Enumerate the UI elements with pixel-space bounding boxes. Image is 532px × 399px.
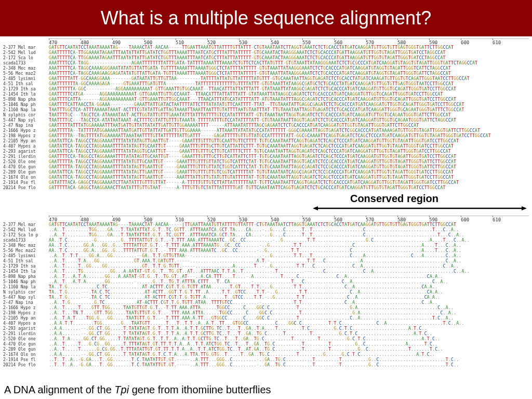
sequence-bases: ..A..T.....T.A...GG.............GT.AAA.T… (49, 259, 529, 264)
sequence-row: 2-2105 Hyp an..A..T.A.T....TGG.G...GG...… (3, 316, 529, 321)
sequence-bases: TAATTTTGC---TAGCTCA-ATATAATAAAT-ACTTTTCG… (49, 118, 529, 123)
sequence-row: 2-520 Ole oneGAATTTTTA-TAGGCCTAGGAAAATTT… (3, 159, 529, 165)
sequence-label: 5-1046 Nap ph (3, 280, 49, 285)
sequence-label: 2-2105 Hyp an (3, 316, 49, 321)
sequence-row: 5-898 Nap pha..A..T...A.T.A.......GG...A… (3, 274, 529, 280)
sequence-bases: GATGTTCAATATCCTAAATAAAATAG----TAAAACTAT-… (49, 222, 529, 228)
ruler-top-2: 4704804905005105205305405505605705805906… (49, 216, 529, 222)
sequence-label: 2-47 Nap ina (3, 123, 49, 128)
sequence-label: 2-198 Hypos z (3, 311, 49, 316)
ruler-tick: 540 (271, 40, 302, 45)
sequence-label: 2-291 ilerdin (3, 154, 49, 159)
ruler-tick: 610 (493, 217, 524, 222)
ruler-tick: 510 (176, 40, 207, 45)
sequence-row: 2-485 lysimni..A..T..T.T....GG.A...GG...… (3, 254, 529, 259)
sequence-row: 4-51 Ith sal..A..T.....T.A...GG.........… (3, 259, 529, 264)
sequence-label: 4-51 Ith sal (3, 259, 49, 264)
ruler-tick: 490 (112, 40, 144, 45)
sequence-bases: GATGTTCAATATCCTAAATAAAATAG----TAAAACTAT-… (49, 45, 529, 50)
sequence-bases: ..A.A.......--.GG.CT.GG.....T.TATATAGT.G… (49, 331, 529, 337)
sequence-row: 4-407 Hypos aGAATATTCA-TAGGCCTAGGAAAATTT… (3, 144, 529, 149)
sequence-row: 2-47 Nap inaGAATTTTTATTTATGGAAAAATTTAATG… (3, 123, 529, 128)
sequence-bases: GAATTTTTA-TAGGCCTAGGAAAATTTTATATAGTTGAAT… (49, 165, 529, 170)
sequence-label: scada1733 (3, 238, 49, 243)
ruler-tick: 570 (366, 217, 397, 222)
ruler-tick: 540 (271, 217, 302, 222)
sequence-label: 2-172 Sca lo (3, 56, 49, 61)
sequence-bases: GAATTTTTCA-TTGGAAAATAGAATTTAATATTATTGATA… (49, 56, 529, 61)
sequence-label: 2-293 agarist (3, 326, 49, 331)
sequence-row: 2-485 lysimniGAATTTTTATT-GGCAAAGGAAA----… (3, 76, 529, 82)
sequence-label: 2-1454 Ith la (3, 269, 49, 274)
sequence-bases: AAATTTTTCA-TAGGCAAAGAAGGAGATATATGTTATTGA… (49, 71, 529, 76)
sequence-bases: AAATTTTCCA-TAGG----------------AGAATTTTT… (49, 61, 529, 66)
sequence-row: 5-1046 Nap phGAATTTTCATTAACCTA-GGAAA----… (3, 102, 529, 108)
sequence-bases: ..A..T.........TGG....GA...T.TAATATTAT.G… (49, 228, 529, 233)
sequence-row: 2-1674 Ole onGAATATTCA-TAGGCCTAGGAAAATTT… (3, 175, 529, 180)
ruler-tick: 480 (81, 40, 112, 45)
sequence-bases: GAATTTTTATTTATGGAAAAATTTAATGATTGTTATTATA… (49, 123, 529, 128)
ruler-tick: 470 (49, 40, 81, 45)
sequence-label: 5-1046 Nap ph (3, 102, 49, 108)
sequence-bases: GAATTTTTCATGA------AGGAAAAAAAAAAT-GTTGAA… (49, 92, 529, 97)
sequence-bases: GAATATTCA-TAGGCCTAGGAAAATTTTATATAGGTGCAA… (49, 149, 529, 154)
ruler-tick: 580 (397, 217, 429, 222)
sequence-label: 4-470 Ole gun (3, 342, 49, 347)
sequence-label: 2-1729 Ith sa (3, 87, 49, 92)
sequence-row: 2-291 ilerdinGAATTTTCCA-TAGGCCTAGGAAAATT… (3, 154, 529, 159)
sequence-label: 2-289 Ole gun (3, 347, 49, 352)
sequence-label: 2-1666 Hypo z (3, 305, 49, 311)
sequence-bases: ..A..T.A-....GG.CT.GG.....T.TATATAGT.G.T… (49, 337, 529, 342)
sequence-label: 4-470 Ole gun (3, 165, 49, 170)
sequence-row: 2-377 Mel marGATGTTCAATATCCTAAATAAAATAG-… (3, 222, 529, 228)
ruler-tick: 500 (144, 40, 176, 45)
alignment-panel-1: 4704804905005105205305405505605705805906… (0, 36, 532, 191)
sequence-label: 2-172 Sca lo p (3, 233, 49, 238)
sequence-row: 20214 Pse floGATTTTTACA-GAGGCTAAGGAAACTT… (3, 185, 529, 191)
sequence-row: 2-542 Mel lud..A..T.........TGG....GA...… (3, 228, 529, 233)
sequence-label: 2-1729 Ith sa (3, 264, 49, 269)
ruler-tick: 490 (112, 217, 144, 222)
svg-marker-2 (522, 206, 527, 210)
sequence-row: 2-1729 Ith saGAATTTTTTA-GGC-----------AG… (3, 87, 529, 92)
sequence-row: 4-51 Ith salGAATTTTTTTA-GGCAAAAGAGA-----… (3, 82, 529, 87)
sequence-row: 2-1674 Ole on..A.A.......--.GG.CT.GG....… (3, 352, 529, 357)
ruler-tick: 570 (366, 40, 397, 45)
sequence-bases: GAATTTTTATT-GGCAAAGGAAA--------GATAATATT… (49, 76, 529, 82)
double-arrow-icon (313, 206, 527, 210)
sequence-bases: GAATTTTTA-TAGGCCTAGGAAAATTTTATATGTTGCAAT… (49, 159, 529, 165)
sequence-label: 2-520 Ole one (3, 159, 49, 165)
sequence-bases: TAATTTGGCTCA-ATTTAAAAATAAAT-ACTTTCGTATAT… (49, 108, 529, 113)
sequence-bases: ..A..T.....TG..........GG...A.AATAT-GT.G… (49, 269, 529, 274)
sequence-row: 2-348 Mec mazAAATTTTTCA-TAGGCAAAAGGGAAAT… (3, 66, 529, 71)
ruler-tick: 470 (49, 217, 81, 222)
sequence-label: 2-198 Hypos z (3, 134, 49, 139)
ruler-tick: 530 (239, 217, 271, 222)
sequence-label: 2-1666 Hypo z (3, 128, 49, 134)
sequence-label: 2-348 Mec maz (3, 66, 49, 71)
sequence-row: 5-56 Mec maz2AAATTTTTCA-TAGGCAAAGAAGGAGA… (3, 71, 529, 76)
sequence-bases: GAATTTTTCA-TTGGAAAATAGAATTTAATATTATTGATA… (49, 50, 529, 56)
sequence-row: 2-1914 Pse fl..T..T..A..-G.GA...T..GG...… (3, 357, 529, 363)
sequence-bases: ..A..T.....T..GG....GG.............GT..T… (49, 264, 529, 269)
caption-text-suffix: gene from ithomiine butterflies (129, 384, 271, 395)
sequence-label: 5-447 Nap syl (3, 118, 49, 123)
sequence-row: scada1733AA..T.C.........-G.........G..T… (3, 238, 529, 243)
ruler-tick: 580 (397, 40, 429, 45)
ruler-tick: 600 (461, 40, 493, 45)
sequence-label: 4-407 Hypos a (3, 321, 49, 326)
sequence-row: 2-348 Mec mazAA..T.C......GG.A...GG..G..… (3, 243, 529, 248)
sequence-bases: ..A..T...A.T.A.......GG...A.AATAT-GT.G..… (49, 274, 529, 280)
sequence-bases: ..A.A.......--.GG.CT.GG.....T.TATATAGT.G… (49, 352, 529, 357)
sequence-label: 2-1674 Ole on (3, 352, 49, 357)
sequence-row: 2-198 Hypos zGAATTTTTA--TAGTTTTATGGAAAAA… (3, 134, 529, 139)
conserved-region-annotation: Conserved region (0, 193, 532, 214)
sequence-label: N sylphis cor (3, 113, 49, 118)
svg-marker-1 (313, 206, 318, 210)
sequence-label: 5-898 Nap pha (3, 97, 49, 102)
ruler-tick: 590 (429, 40, 461, 45)
sequence-row: 2-520 Ole one..A..T.A-....GG.CT.GG.....T… (3, 337, 529, 342)
sequence-label: 2-485 lysimni (3, 254, 49, 259)
figure-caption: A DNA alignment of the Tpi gene from ith… (4, 384, 271, 396)
caption-text-prefix: A DNA alignment of the (4, 384, 114, 395)
